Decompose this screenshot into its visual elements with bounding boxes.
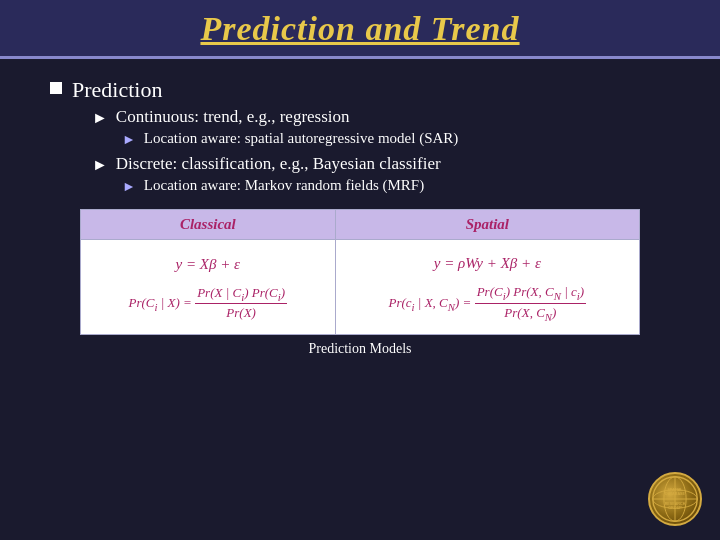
classical-formula-regression: y = Xβ + ε xyxy=(101,249,315,279)
arrow-icon-sar: ► xyxy=(122,132,136,148)
spatial-formula-bayes: Pr(ci | X, CN) = Pr(Ci) Pr(X, CN | ci) P… xyxy=(356,284,619,322)
slide-content: Prediction ► Continuous: trend, e.g., re… xyxy=(0,59,720,357)
slide-title: Prediction and Trend xyxy=(200,10,519,47)
bullet-icon xyxy=(50,82,62,94)
arrow-icon-1: ► xyxy=(92,109,108,127)
table-cell-spatial: y = ρWy + Xβ + ε Pr(ci | X, CN) = Pr(Ci)… xyxy=(335,240,639,335)
sub-bullet-continuous: ► Continuous: trend, e.g., regression xyxy=(92,107,670,127)
spatial-denominator: Pr(X, CN) xyxy=(502,304,558,323)
table-cell-classical: y = Xβ + ε Pr(Ci | X) = Pr(X | Ci) Pr(Ci… xyxy=(81,240,336,335)
svg-text:DATABASE: DATABASE xyxy=(665,492,685,496)
prediction-table-container: Classical Spatial y = Xβ + ε Pr(Ci | X) xyxy=(80,209,640,357)
spatial-numerator: Pr(Ci) Pr(X, CN | ci) xyxy=(475,284,587,304)
svg-text:GROUP: GROUP xyxy=(668,506,682,510)
logo-circle: SPATIAL DATABASE RESEARCH GROUP xyxy=(648,472,702,526)
slide: Prediction and Trend Prediction ► Contin… xyxy=(0,0,720,540)
logo-svg: SPATIAL DATABASE RESEARCH GROUP xyxy=(650,472,700,526)
main-bullet-prediction: Prediction xyxy=(50,77,670,103)
sub-sub-bullet-text-mrf: Location aware: Markov random fields (MR… xyxy=(144,177,424,194)
arrow-icon-mrf: ► xyxy=(122,179,136,195)
classical-denominator: Pr(X) xyxy=(224,304,258,321)
sub-sub-bullet-mrf: ► Location aware: Markov random fields (… xyxy=(122,177,670,195)
classical-formula-bayes: Pr(Ci | X) = Pr(X | Ci) Pr(Ci) Pr(X) xyxy=(101,285,315,322)
table-caption: Prediction Models xyxy=(80,341,640,357)
svg-text:RESEARCH: RESEARCH xyxy=(665,502,686,506)
arrow-icon-2: ► xyxy=(92,156,108,174)
sub-bullets-group: ► Continuous: trend, e.g., regression ► … xyxy=(50,107,670,195)
table-header-classical: Classical xyxy=(81,210,336,240)
sub-bullet-text-1: Continuous: trend, e.g., regression xyxy=(116,107,350,127)
main-bullet-text: Prediction xyxy=(72,77,162,103)
spatial-formula-regression: y = ρWy + Xβ + ε xyxy=(356,248,619,278)
sub-bullet-text-2: Discrete: classification, e.g., Bayesian… xyxy=(116,154,441,174)
logo-area: SPATIAL DATABASE RESEARCH GROUP xyxy=(648,472,702,526)
table-row-formulas: y = Xβ + ε Pr(Ci | X) = Pr(X | Ci) Pr(Ci… xyxy=(81,240,640,335)
classical-numerator: Pr(X | Ci) Pr(Ci) xyxy=(195,285,287,305)
sub-bullet-discrete: ► Discrete: classification, e.g., Bayesi… xyxy=(92,154,670,174)
table-header-spatial: Spatial xyxy=(335,210,639,240)
title-bar: Prediction and Trend xyxy=(0,0,720,59)
sub-sub-bullet-text-sar: Location aware: spatial autoregressive m… xyxy=(144,130,458,147)
sub-sub-bullet-sar: ► Location aware: spatial autoregressive… xyxy=(122,130,670,148)
classical-fraction: Pr(X | Ci) Pr(Ci) Pr(X) xyxy=(195,285,287,322)
prediction-table: Classical Spatial y = Xβ + ε Pr(Ci | X) xyxy=(80,209,640,335)
svg-text:SPATIAL: SPATIAL xyxy=(667,488,683,492)
spatial-fraction: Pr(Ci) Pr(X, CN | ci) Pr(X, CN) xyxy=(475,284,587,322)
